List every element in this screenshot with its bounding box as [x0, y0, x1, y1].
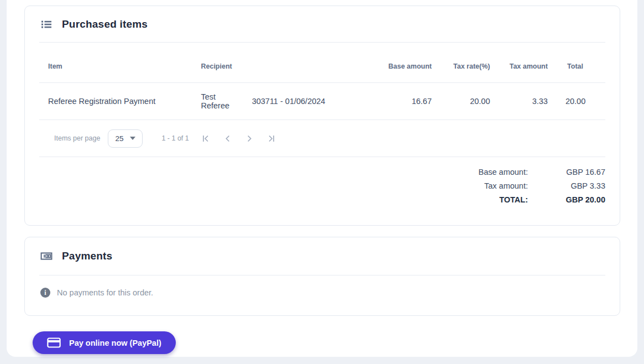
credit-card-icon [47, 337, 61, 348]
chevron-left-icon [223, 134, 232, 143]
info-icon: i [40, 288, 50, 298]
col-reference [243, 43, 354, 83]
first-page-button[interactable] [195, 127, 217, 149]
totals-grand-value: GBP 20.00 [528, 195, 605, 204]
page-size-value: 25 [115, 134, 123, 143]
cell-base-amount: 16.67 [354, 83, 441, 120]
page-size-select[interactable]: 25 [108, 129, 143, 148]
items-per-page-label: Items per page [54, 134, 100, 142]
next-page-button[interactable] [239, 127, 261, 149]
last-page-button[interactable] [261, 127, 283, 149]
cell-recipient: Test Referee [192, 83, 243, 120]
paginator: Items per page 25 1 - 1 of 1 [25, 120, 620, 157]
list-icon [40, 18, 53, 30]
table-row: Referee Registration Payment Test Refere… [39, 83, 605, 120]
purchased-items-card: Purchased items Item Recipient Base amou… [24, 6, 620, 226]
col-total: Total [557, 43, 605, 83]
purchased-items-table: Item Recipient Base amount Tax rate(%) T… [39, 43, 605, 120]
payments-card: Payments i No payments for this order. [24, 237, 620, 316]
col-tax-amount: Tax amount [499, 43, 556, 83]
totals-row-tax: Tax amount: GBP 3.33 [25, 179, 605, 193]
cell-tax-amount: 3.33 [499, 83, 556, 120]
last-page-icon [267, 134, 276, 143]
payments-empty-state: i No payments for this order. [25, 275, 620, 315]
previous-page-button[interactable] [217, 127, 239, 149]
col-tax-rate: Tax rate(%) [441, 43, 499, 83]
col-item: Item [39, 43, 192, 83]
payments-header: Payments [25, 237, 620, 275]
totals-section: Base amount: GBP 16.67 Tax amount: GBP 3… [25, 157, 620, 225]
cell-reference: 303711 - 01/06/2024 [243, 83, 354, 120]
payments-title: Payments [62, 250, 112, 262]
payments-empty-message: No payments for this order. [57, 288, 153, 297]
totals-grand-label: TOTAL: [499, 195, 528, 204]
content-container: Purchased items Item Recipient Base amou… [7, 0, 637, 357]
cell-total: 20.00 [557, 83, 605, 120]
purchased-items-title: Purchased items [62, 18, 148, 30]
cell-item: Referee Registration Payment [39, 83, 192, 120]
totals-tax-value: GBP 3.33 [528, 181, 605, 190]
table-header-row: Item Recipient Base amount Tax rate(%) T… [39, 43, 605, 83]
totals-base-value: GBP 16.67 [528, 168, 605, 176]
purchased-items-header: Purchased items [25, 6, 620, 42]
cell-tax-rate: 20.00 [441, 83, 499, 120]
totals-row-grand: TOTAL: GBP 20.00 [25, 193, 605, 206]
pay-online-button[interactable]: Pay online now (PayPal) [33, 331, 176, 354]
chevron-right-icon [245, 134, 254, 143]
chevron-down-icon [130, 137, 135, 140]
pay-online-label: Pay online now (PayPal) [69, 339, 161, 347]
col-recipient: Recipient [192, 43, 243, 83]
col-base-amount: Base amount [354, 43, 441, 83]
totals-row-base: Base amount: GBP 16.67 [25, 165, 605, 179]
totals-tax-label: Tax amount: [484, 181, 528, 190]
money-icon [40, 250, 53, 262]
paginator-range-label: 1 - 1 of 1 [161, 134, 189, 142]
first-page-icon [201, 134, 210, 143]
totals-base-label: Base amount: [479, 168, 528, 176]
